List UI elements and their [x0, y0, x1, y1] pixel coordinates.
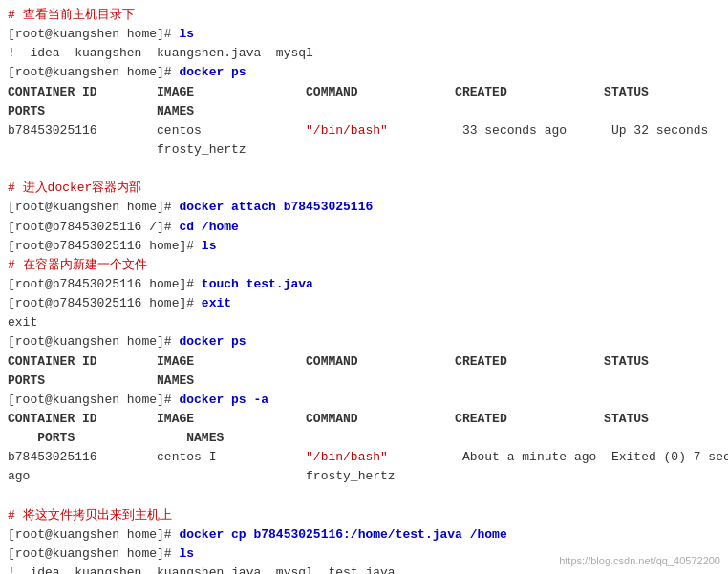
line-2: [root@kuangshen home]# ls — [8, 25, 720, 44]
empty-2 — [8, 487, 720, 506]
line-24: b78453025116 centos I "/bin/bash" About … — [8, 448, 720, 467]
line-20: PORTS NAMES — [8, 372, 720, 391]
line-23: PORTS NAMES — [8, 429, 720, 448]
line-25: ago frosty_hertz — [8, 467, 720, 486]
line-19: CONTAINER ID IMAGE COMMAND CREATED STATU… — [8, 352, 720, 372]
watermark: https://blog.csdn.net/qq_40572200 — [559, 555, 720, 566]
line-4: [root@kuangshen home]# docker ps — [8, 63, 720, 82]
empty-1 — [8, 159, 720, 179]
line-27: # 将这文件拷贝出来到主机上 — [8, 506, 720, 525]
line-22: CONTAINER ID IMAGE COMMAND CREATED STATU… — [8, 410, 720, 429]
line-28: [root@kuangshen home]# docker cp b784530… — [8, 525, 720, 544]
line-13: [root@b78453025116 home]# ls — [8, 237, 720, 256]
line-14: # 在容器内新建一个文件 — [8, 256, 720, 275]
terminal-window: # 查看当前主机目录下 [root@kuangshen home]# ls ! … — [0, 0, 728, 574]
line-11: [root@kuangshen home]# docker attach b78… — [8, 198, 720, 217]
line-10: # 进入docker容器内部 — [8, 179, 720, 198]
line-7: b78453025116 centos "/bin/bash" 33 secon… — [8, 121, 720, 140]
line-5: CONTAINER ID IMAGE COMMAND CREATED STATU… — [8, 83, 720, 102]
line-12: [root@b78453025116 /]# cd /home — [8, 218, 720, 237]
line-16: [root@b78453025116 home]# exit — [8, 294, 720, 313]
line-8: frosty_hertz — [8, 140, 720, 159]
line-1: # 查看当前主机目录下 — [8, 6, 720, 25]
line-15: [root@b78453025116 home]# touch test.jav… — [8, 275, 720, 294]
line-18: [root@kuangshen home]# docker ps — [8, 332, 720, 351]
line-6: PORTS NAMES — [8, 102, 720, 121]
line-21: [root@kuangshen home]# docker ps -a — [8, 391, 720, 410]
line-3: ! idea kuangshen kuangshen.java mysql — [8, 44, 720, 63]
line-17: exit — [8, 313, 720, 332]
